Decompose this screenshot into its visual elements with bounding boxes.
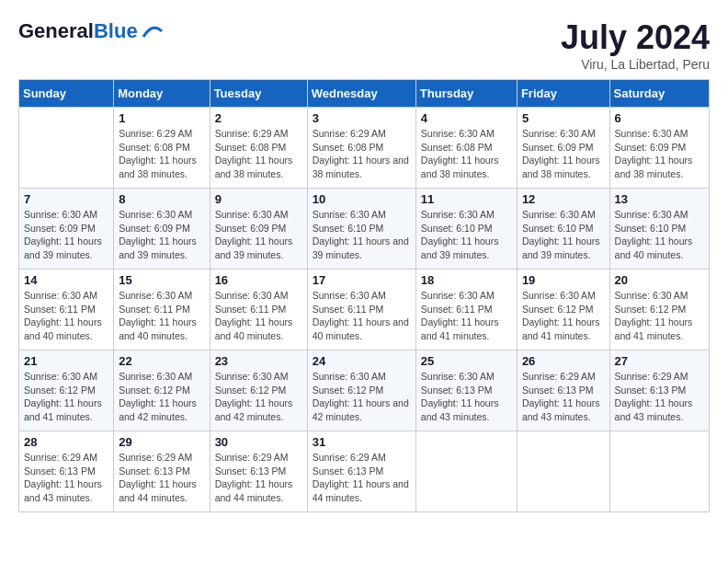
sunset-9: Sunset: 6:09 PM (215, 222, 302, 236)
cell-w4-d3: 23Sunrise: 6:30 AMSunset: 6:12 PMDayligh… (210, 350, 307, 431)
daylight-30: Daylight: 11 hours and 44 minutes. (215, 477, 302, 504)
sunset-26: Sunset: 6:13 PM (522, 384, 605, 397)
cell-w4-d4: 24Sunrise: 6:30 AMSunset: 6:12 PMDayligh… (307, 350, 415, 431)
daylight-19: Daylight: 11 hours and 41 minutes. (522, 316, 605, 342)
sunrise-9: Sunrise: 6:30 AM (215, 208, 302, 222)
cell-w5-d5 (415, 431, 517, 512)
sunrise-21: Sunrise: 6:30 AM (24, 370, 108, 384)
header-sunday: Sunday (19, 80, 114, 108)
sunset-23: Sunset: 6:12 PM (215, 384, 302, 397)
sunrise-8: Sunrise: 6:30 AM (119, 208, 204, 222)
cell-info-11: Sunrise: 6:30 AMSunset: 6:10 PMDaylight:… (421, 208, 512, 262)
cell-info-15: Sunrise: 6:30 AMSunset: 6:11 PMDaylight:… (119, 289, 204, 343)
daylight-8: Daylight: 11 hours and 39 minutes. (119, 235, 204, 261)
sunrise-6: Sunrise: 6:30 AM (615, 127, 704, 141)
daylight-2: Daylight: 11 hours and 38 minutes. (215, 154, 302, 180)
sunrise-25: Sunrise: 6:30 AM (421, 370, 512, 384)
cell-info-10: Sunrise: 6:30 AMSunset: 6:10 PMDaylight:… (313, 208, 411, 262)
cell-info-13: Sunrise: 6:30 AMSunset: 6:10 PMDaylight:… (615, 208, 704, 262)
sunset-25: Sunset: 6:13 PM (421, 384, 512, 397)
cell-info-6: Sunrise: 6:30 AMSunset: 6:09 PMDaylight:… (615, 127, 704, 181)
cell-info-26: Sunrise: 6:29 AMSunset: 6:13 PMDaylight:… (522, 370, 605, 424)
cell-w4-d2: 22Sunrise: 6:30 AMSunset: 6:12 PMDayligh… (114, 350, 210, 431)
daylight-12: Daylight: 11 hours and 39 minutes. (522, 235, 605, 261)
sunrise-1: Sunrise: 6:29 AM (119, 127, 204, 141)
cell-info-19: Sunrise: 6:30 AMSunset: 6:12 PMDaylight:… (522, 289, 605, 343)
cell-info-1: Sunrise: 6:29 AMSunset: 6:08 PMDaylight:… (119, 127, 204, 181)
sunrise-16: Sunrise: 6:30 AM (215, 289, 302, 303)
day-number-15: 15 (119, 273, 204, 287)
page-header: GeneralBlue July 2024 Viru, La Libertad,… (18, 18, 710, 72)
sunrise-3: Sunrise: 6:29 AM (313, 127, 411, 141)
sunset-6: Sunset: 6:09 PM (615, 141, 704, 155)
cell-w5-d2: 29Sunrise: 6:29 AMSunset: 6:13 PMDayligh… (114, 431, 210, 512)
cell-w3-d7: 20Sunrise: 6:30 AMSunset: 6:12 PMDayligh… (609, 270, 709, 350)
day-number-22: 22 (119, 354, 204, 368)
daylight-6: Daylight: 11 hours and 38 minutes. (615, 154, 704, 180)
day-number-16: 16 (215, 273, 302, 287)
cell-w1-d6: 5Sunrise: 6:30 AMSunset: 6:09 PMDaylight… (517, 108, 609, 189)
week-row-2: 7Sunrise: 6:30 AMSunset: 6:09 PMDaylight… (19, 189, 710, 270)
sunset-22: Sunset: 6:12 PM (119, 384, 204, 397)
daylight-21: Daylight: 11 hours and 41 minutes. (24, 396, 108, 423)
cell-w5-d3: 30Sunrise: 6:29 AMSunset: 6:13 PMDayligh… (210, 431, 307, 512)
daylight-31: Daylight: 11 hours and 44 minutes. (313, 477, 411, 504)
week-row-1: 1Sunrise: 6:29 AMSunset: 6:08 PMDaylight… (19, 108, 710, 189)
day-number-26: 26 (522, 354, 605, 368)
daylight-17: Daylight: 11 hours and 40 minutes. (313, 316, 411, 342)
day-number-10: 10 (313, 192, 411, 206)
sunrise-4: Sunrise: 6:30 AM (421, 127, 512, 141)
day-number-14: 14 (24, 273, 108, 287)
sunset-20: Sunset: 6:12 PM (615, 303, 704, 316)
day-number-30: 30 (215, 435, 302, 449)
sunrise-15: Sunrise: 6:30 AM (119, 289, 204, 303)
daylight-11: Daylight: 11 hours and 39 minutes. (421, 235, 512, 261)
cell-info-16: Sunrise: 6:30 AMSunset: 6:11 PMDaylight:… (215, 289, 302, 343)
day-number-9: 9 (215, 192, 302, 206)
cell-w1-d4: 3Sunrise: 6:29 AMSunset: 6:08 PMDaylight… (307, 108, 415, 189)
day-number-29: 29 (119, 435, 204, 449)
cell-info-17: Sunrise: 6:30 AMSunset: 6:11 PMDaylight:… (313, 289, 411, 343)
cell-info-29: Sunrise: 6:29 AMSunset: 6:13 PMDaylight:… (119, 451, 204, 505)
daylight-28: Daylight: 11 hours and 43 minutes. (24, 477, 108, 504)
sunrise-31: Sunrise: 6:29 AM (313, 451, 411, 465)
day-number-7: 7 (24, 192, 108, 206)
week-row-3: 14Sunrise: 6:30 AMSunset: 6:11 PMDayligh… (19, 270, 710, 350)
daylight-16: Daylight: 11 hours and 40 minutes. (215, 316, 302, 342)
sunrise-17: Sunrise: 6:30 AM (313, 289, 411, 303)
sunrise-14: Sunrise: 6:30 AM (24, 289, 108, 303)
cell-info-25: Sunrise: 6:30 AMSunset: 6:13 PMDaylight:… (421, 370, 512, 424)
sunrise-20: Sunrise: 6:30 AM (615, 289, 704, 303)
sunset-7: Sunset: 6:09 PM (24, 222, 108, 236)
cell-info-9: Sunrise: 6:30 AMSunset: 6:09 PMDaylight:… (215, 208, 302, 262)
day-number-24: 24 (313, 354, 411, 368)
week-row-5: 28Sunrise: 6:29 AMSunset: 6:13 PMDayligh… (19, 431, 710, 512)
sunrise-26: Sunrise: 6:29 AM (522, 370, 605, 384)
cell-info-18: Sunrise: 6:30 AMSunset: 6:11 PMDaylight:… (421, 289, 512, 343)
day-number-23: 23 (215, 354, 302, 368)
day-number-28: 28 (24, 435, 108, 449)
cell-w5-d6 (517, 431, 609, 512)
cell-w4-d1: 21Sunrise: 6:30 AMSunset: 6:12 PMDayligh… (19, 350, 114, 431)
day-number-13: 13 (615, 192, 704, 206)
sunset-13: Sunset: 6:10 PM (615, 222, 704, 236)
cell-info-4: Sunrise: 6:30 AMSunset: 6:08 PMDaylight:… (421, 127, 512, 181)
daylight-22: Daylight: 11 hours and 42 minutes. (119, 396, 204, 423)
cell-w1-d5: 4Sunrise: 6:30 AMSunset: 6:08 PMDaylight… (415, 108, 517, 189)
daylight-26: Daylight: 11 hours and 43 minutes. (522, 396, 605, 423)
sunrise-13: Sunrise: 6:30 AM (615, 208, 704, 222)
logo-blue: Blue (94, 19, 138, 42)
daylight-1: Daylight: 11 hours and 38 minutes. (119, 154, 204, 180)
week-row-4: 21Sunrise: 6:30 AMSunset: 6:12 PMDayligh… (19, 350, 710, 431)
day-number-11: 11 (421, 192, 512, 206)
cell-info-23: Sunrise: 6:30 AMSunset: 6:12 PMDaylight:… (215, 370, 302, 424)
day-number-1: 1 (119, 111, 204, 125)
cell-w2-d2: 8Sunrise: 6:30 AMSunset: 6:09 PMDaylight… (114, 189, 210, 270)
sunrise-10: Sunrise: 6:30 AM (313, 208, 411, 222)
logo-general: General (18, 19, 94, 42)
day-number-3: 3 (313, 111, 411, 125)
day-number-27: 27 (615, 354, 704, 368)
sunset-8: Sunset: 6:09 PM (119, 222, 204, 236)
sunset-24: Sunset: 6:12 PM (313, 384, 411, 397)
cell-w5-d7 (609, 431, 709, 512)
